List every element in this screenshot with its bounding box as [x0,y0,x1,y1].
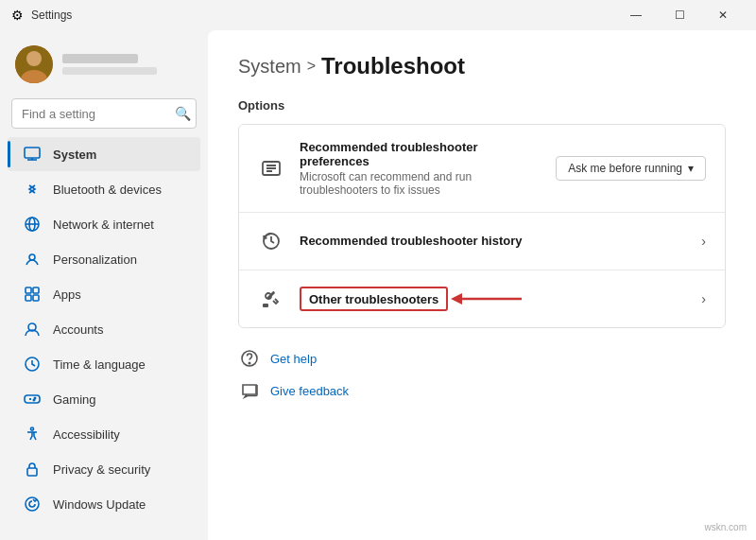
gaming-nav-icon [23,390,42,409]
update-nav-icon [23,495,42,514]
breadcrumb-parent: System [238,56,301,78]
accessibility-nav-icon [23,425,42,444]
chevron-right-icon-history: › [701,234,706,249]
chevron-right-icon-other: › [701,291,706,306]
ask-before-running-dropdown[interactable]: Ask me before running ▾ [556,156,706,181]
maximize-button[interactable]: ☐ [658,0,701,30]
svg-rect-10 [26,287,31,293]
app-container: 🔍 SystemBluetooth & devicesNetwork & int… [0,30,756,540]
nav-list: SystemBluetooth & devicesNetwork & inter… [0,136,208,522]
network-nav-label: Network & internet [53,218,154,232]
card-icon-recommended-prefs [258,155,284,182]
card-title-history: Recommended troubleshooter history [300,234,686,248]
card-row-recommended-prefs[interactable]: Recommended troubleshooter preferences M… [239,125,725,212]
sidebar-item-apps[interactable]: Apps [8,277,200,311]
annotation-arrow [451,287,526,310]
system-nav-label: System [53,148,96,162]
privacy-nav-icon [23,460,42,479]
apps-nav-label: Apps [53,287,81,302]
card-content-other: Other troubleshooters [300,287,686,311]
sidebar-item-system[interactable]: System [8,137,200,171]
sidebar-item-gaming[interactable]: Gaming [8,382,200,416]
section-label: Options [238,98,726,113]
svg-point-9 [29,254,35,260]
links-section: Get help Give feedback [238,347,726,402]
svg-rect-12 [26,295,31,301]
svg-point-21 [31,427,34,430]
card-content-recommended-prefs: Recommended troubleshooter preferences M… [300,140,541,197]
personalization-nav-label: Personalization [53,253,137,267]
app-title: Settings [31,9,72,22]
search-box: 🔍 [11,98,197,129]
get-help-icon [238,347,261,370]
accessibility-nav-label: Accessibility [53,427,120,442]
card-icon-other [258,286,284,312]
bluetooth-nav-icon [23,180,42,199]
close-button[interactable]: ✕ [701,0,745,30]
give-feedback-link[interactable]: Give feedback [238,379,726,402]
accounts-nav-label: Accounts [53,322,103,337]
app-icon: ⚙ [11,8,24,23]
give-feedback-label: Give feedback [270,384,349,398]
title-bar: ⚙ Settings — ☐ ✕ [0,0,756,30]
breadcrumb-current: Troubleshoot [321,53,465,79]
give-feedback-icon [238,379,261,402]
card-action-recommended-prefs: Ask me before running ▾ [556,156,706,181]
svg-point-19 [34,397,35,398]
breadcrumb: System > Troubleshoot [238,53,726,79]
profile-area[interactable] [0,38,208,95]
time-nav-icon [23,355,42,374]
get-help-link[interactable]: Get help [238,347,726,370]
card-content-history: Recommended troubleshooter history [300,234,686,250]
sidebar-item-update[interactable]: Windows Update [8,487,200,521]
sidebar-item-bluetooth[interactable]: Bluetooth & devices [8,172,200,206]
card-title-recommended-prefs: Recommended troubleshooter preferences [300,140,541,168]
window-controls: — ☐ ✕ [614,0,745,30]
card-row-recommended-history[interactable]: Recommended troubleshooter history › [239,212,725,270]
profile-email [62,67,157,75]
svg-rect-31 [263,304,268,307]
sidebar-item-accessibility[interactable]: Accessibility [8,417,200,451]
dropdown-label: Ask me before running [568,162,682,175]
watermark: wskn.com [701,520,750,534]
main-content: System > Troubleshoot Options Recomm [208,30,756,540]
search-icon-button[interactable]: 🔍 [175,106,191,121]
card-subtitle-recommended-prefs: Microsoft can recommend and run troubles… [300,170,541,197]
profile-info [62,54,157,75]
cards-container: Recommended troubleshooter preferences M… [238,124,726,328]
time-nav-label: Time & language [53,357,146,372]
apps-nav-icon [23,285,42,304]
profile-name [62,54,138,63]
sidebar-item-personalization[interactable]: Personalization [8,242,200,276]
svg-rect-13 [33,295,39,301]
search-icon: 🔍 [175,106,191,121]
chevron-down-icon: ▾ [688,162,694,175]
card-action-history: › [701,234,706,249]
minimize-button[interactable]: — [614,0,658,30]
sidebar-item-time[interactable]: Time & language [8,347,200,381]
svg-rect-23 [27,468,37,476]
gaming-nav-label: Gaming [53,392,96,407]
network-nav-icon [23,215,42,234]
sidebar: 🔍 SystemBluetooth & devicesNetwork & int… [0,30,208,540]
card-title-other: Other troubleshooters [309,292,438,306]
svg-rect-11 [33,287,39,293]
sidebar-item-privacy[interactable]: Privacy & security [8,452,200,486]
card-row-other-troubleshooters[interactable]: Other troubleshooters › [239,270,725,327]
svg-rect-16 [25,395,40,403]
get-help-label: Get help [270,352,317,366]
breadcrumb-separator: > [307,58,316,75]
svg-marker-33 [451,293,462,305]
sidebar-item-network[interactable]: Network & internet [8,207,200,241]
system-nav-icon [23,145,42,164]
card-action-other: › [701,291,706,306]
svg-point-1 [26,51,42,66]
svg-point-20 [33,399,34,400]
title-bar-left: ⚙ Settings [11,8,72,23]
accounts-nav-icon [23,320,42,339]
update-nav-label: Windows Update [53,497,146,512]
sidebar-item-accounts[interactable]: Accounts [8,312,200,346]
svg-point-35 [249,362,249,363]
bluetooth-nav-label: Bluetooth & devices [53,183,162,197]
search-input[interactable] [11,98,197,129]
